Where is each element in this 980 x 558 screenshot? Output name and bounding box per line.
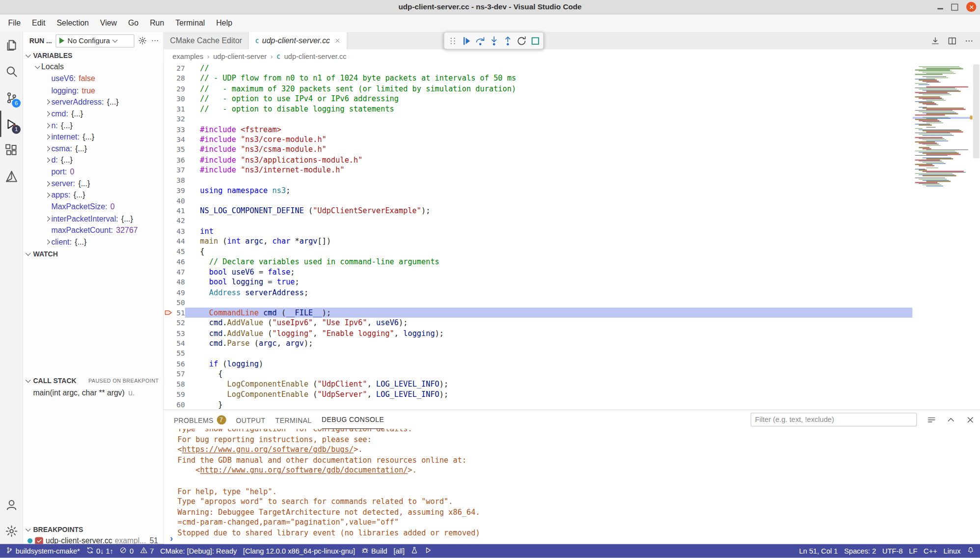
code-line-32[interactable]: 32 [164,114,913,124]
line-number[interactable]: 28 [174,73,185,84]
code-line-55[interactable]: 55 [164,348,913,359]
line-number[interactable]: 38 [174,175,185,186]
line-number[interactable]: 56 [174,359,185,369]
drag-handle-button[interactable] [446,34,459,48]
glyph-margin[interactable] [164,277,174,287]
variable-row-MaxPacketSize[interactable]: MaxPacketSize:0 [23,201,163,213]
status-cmake-launch[interactable] [422,544,436,558]
breadcrumb-item-udp-client-server[interactable]: udp-client-server [213,53,267,60]
status-cmake-kit[interactable]: [Clang 12.0.0 x86_64-pc-linux-gnu] [240,544,358,558]
menu-run[interactable]: Run [144,14,170,32]
glyph-margin[interactable] [164,359,174,369]
line-number[interactable]: 46 [174,257,185,267]
code-line-39[interactable]: 39using namespace ns3; [164,186,913,196]
line-number[interactable]: 33 [174,124,185,135]
tab-output[interactable]: OUTPUT [236,410,266,429]
code-line-59[interactable]: 59 LogComponentEnable ("UdpServer", LOG_… [164,389,913,399]
line-number[interactable]: 32 [174,114,185,124]
line-number[interactable]: 30 [174,94,185,104]
more-actions-icon[interactable] [964,36,974,45]
code-line-60[interactable]: 60 } [164,399,913,410]
glyph-margin[interactable] [164,84,174,94]
line-number[interactable]: 59 [174,389,185,399]
line-number[interactable]: 60 [174,399,185,410]
maximize-icon[interactable] [951,3,958,10]
start-debug-icon[interactable] [59,37,64,44]
variable-row-internet[interactable]: internet:{...} [23,131,163,143]
step-over-button[interactable] [474,34,486,48]
status-eol[interactable]: LF [906,544,921,558]
continue-button[interactable] [460,34,472,48]
maximize-panel-icon[interactable] [946,415,955,424]
line-number[interactable]: 37 [174,165,185,175]
close-icon[interactable] [966,2,976,12]
debug-config-dropdown[interactable]: No Configura [55,34,134,47]
glyph-margin[interactable] [164,186,174,196]
variable-row-Locals[interactable]: Locals [23,61,163,73]
console-filter-input[interactable] [751,413,917,426]
callstack-section-header[interactable]: CALL STACK PAUSED ON BREAKPOINT [23,375,163,387]
status-cmake-target[interactable]: [all] [390,544,408,558]
minimize-icon[interactable] [937,8,943,10]
code-line-31[interactable]: 31// - option to disable logging stateme… [164,104,913,114]
line-number[interactable]: 48 [174,277,185,287]
code-line-35[interactable]: 35#include "ns3/csma-module.h" [164,145,913,155]
code-line-37[interactable]: 37#include "ns3/internet-module.h" [164,165,913,175]
scrollbar-thumb[interactable] [973,64,980,158]
variable-row-apps[interactable]: apps:{...} [23,190,163,201]
glyph-margin[interactable] [164,247,174,257]
glyph-margin[interactable] [164,267,174,277]
glyph-margin[interactable] [164,216,174,226]
menu-edit[interactable]: Edit [27,14,51,32]
status-cmake-ctest[interactable] [408,544,422,558]
code-line-49[interactable]: 49 Address serverAddress; [164,287,913,298]
line-number[interactable]: 54 [174,338,185,349]
line-number[interactable]: 49 [174,287,185,298]
glyph-margin[interactable] [164,298,174,308]
code-line-28[interactable]: 28// - UDP flow from n0 to n1 of 1024 by… [164,73,913,84]
line-number[interactable]: 52 [174,318,185,328]
variable-row-cmd[interactable]: cmd:{...} [23,108,163,120]
variable-row-port[interactable]: port:0 [23,166,163,178]
variable-row-logging[interactable]: logging:true [23,84,163,96]
gear-icon[interactable] [138,36,147,45]
tab-problems[interactable]: PROBLEMS 7 [174,410,226,429]
glyph-margin[interactable] [164,73,174,84]
activity-run-and-debug-icon[interactable]: 1 [0,111,23,137]
line-number[interactable]: 47 [174,267,185,277]
status-cmake-build[interactable]: Build [358,544,390,558]
activity-accounts-icon[interactable] [0,492,23,518]
watch-section-header[interactable]: WATCH [23,248,163,259]
close-tab-icon[interactable] [334,37,341,44]
menu-selection[interactable]: Selection [51,14,94,32]
glyph-margin[interactable] [164,348,174,359]
tab-debug-console[interactable]: DEBUG CONSOLE [322,410,384,429]
line-number[interactable]: 44 [174,236,185,247]
variable-row-useV6[interactable]: useV6:false [23,73,163,84]
activity-explorer-icon[interactable] [0,32,23,58]
breakpoints-section-header[interactable]: BREAKPOINTS [23,523,163,535]
minimap[interactable] [913,63,973,410]
code-line-44[interactable]: 44main (int argc, char *argv[]) [164,236,913,247]
menu-view[interactable]: View [94,14,122,32]
glyph-margin[interactable] [164,236,174,247]
activity-cmake-icon[interactable] [0,163,23,189]
variable-row-serverAddress[interactable]: serverAddress:{...} [23,96,163,108]
code-line-30[interactable]: 30// - option to use IPv4 or IPv6 addres… [164,94,913,104]
status-notifications[interactable] [964,544,978,558]
status-encoding[interactable]: UTF-8 [879,544,906,558]
variables-section-header[interactable]: VARIABLES [23,50,163,61]
variable-row-d[interactable]: d:{...} [23,155,163,167]
code-editor[interactable]: 27//28// - UDP flow from n0 to n1 of 102… [164,63,980,410]
code-line-54[interactable]: 54 cmd.Parse (argc, argv); [164,338,913,349]
line-number[interactable]: 45 [174,247,185,257]
glyph-margin[interactable] [164,338,174,349]
line-number[interactable]: 41 [174,206,185,216]
glyph-margin[interactable] [164,145,174,155]
code-line-52[interactable]: 52 cmd.AddValue ("useIpv6", "Use Ipv6", … [164,318,913,328]
glyph-margin[interactable] [164,399,174,410]
variable-row-maxPacketCount[interactable]: maxPacketCount:32767 [23,224,163,236]
activity-extensions-icon[interactable] [0,137,23,163]
more-actions-icon[interactable] [151,36,160,45]
tab-cmake-cache-editor[interactable]: CMake Cache Editor [164,32,249,50]
